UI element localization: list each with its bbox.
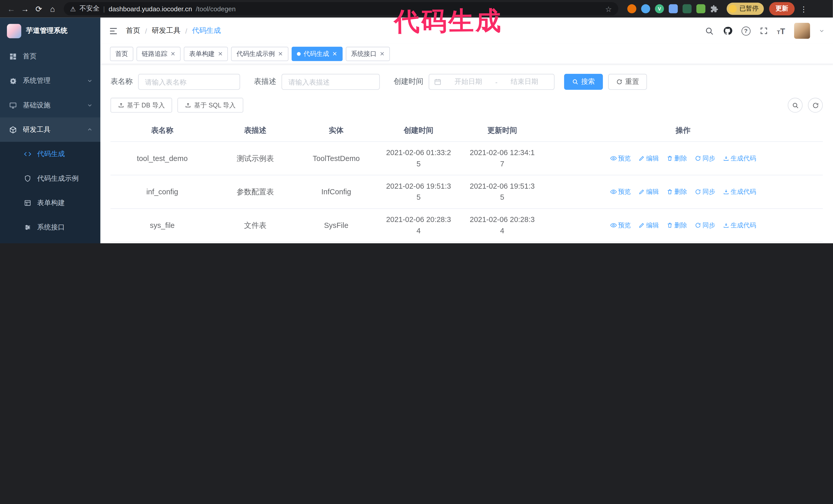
action-label: 预览: [618, 220, 631, 231]
extension-icon-1[interactable]: [627, 4, 636, 13]
submenu-item-system-api[interactable]: 系统接口: [0, 215, 100, 239]
home-button[interactable]: ⌂: [46, 2, 60, 16]
help-icon[interactable]: ?: [741, 26, 750, 35]
search-button-label: 搜索: [581, 77, 595, 87]
active-dot: [297, 52, 301, 56]
tab-form-builder[interactable]: 表单构建 ✕: [184, 47, 228, 61]
action-label: 生成代码: [731, 220, 756, 231]
trash-icon: [666, 189, 673, 195]
shield-icon: [23, 175, 32, 182]
preview-link[interactable]: 预览: [610, 220, 631, 231]
table-name-input[interactable]: [138, 74, 240, 90]
profile-paused-badge[interactable]: 已暂停: [727, 3, 764, 15]
reset-button[interactable]: 重置: [608, 74, 647, 90]
url-host: dashboard.yudao.iocoder.cn: [109, 5, 192, 13]
fullscreen-icon[interactable]: [759, 27, 768, 35]
tab-home[interactable]: 首页: [110, 47, 133, 61]
preview-link[interactable]: 预览: [610, 186, 631, 197]
import-sql-button[interactable]: 基于 SQL 导入: [177, 98, 243, 113]
action-label: 预览: [618, 153, 631, 164]
edit-link[interactable]: 编辑: [638, 153, 659, 164]
submenu-item-codegen[interactable]: 代码生成: [0, 142, 100, 166]
url-path: /tool/codegen: [196, 5, 236, 13]
column-header-created: 创建时间: [376, 120, 461, 141]
extensions-puzzle-icon[interactable]: [710, 5, 719, 13]
gear-icon: [8, 77, 18, 85]
breadcrumb-devtools[interactable]: 研发工具: [152, 26, 181, 35]
timestamp-text: 2021-02-06 20:28:34: [469, 214, 536, 236]
cell-actions: 预览 编辑 删除: [543, 181, 823, 203]
cell-entity: ToolTestDemo: [296, 147, 376, 169]
back-button[interactable]: ←: [4, 2, 18, 16]
close-icon[interactable]: ✕: [380, 50, 385, 57]
avatar[interactable]: [794, 23, 810, 39]
range-separator: -: [495, 78, 498, 86]
app-logo[interactable]: 芋道管理系统: [0, 18, 100, 44]
date-range-picker[interactable]: 开始日期 - 结束日期: [429, 74, 554, 90]
preview-link[interactable]: 预览: [610, 153, 631, 164]
submenu-item-label: 表单构建: [37, 198, 65, 208]
extension-icon-3[interactable]: [669, 4, 678, 13]
edit-link[interactable]: 编辑: [638, 186, 659, 197]
download-icon: [723, 189, 729, 195]
close-icon[interactable]: ✕: [170, 50, 175, 57]
submenu-item-form-builder[interactable]: 表单构建: [0, 191, 100, 215]
trash-icon: [666, 155, 673, 162]
toggle-search-button[interactable]: [788, 98, 803, 113]
dashboard-icon: [8, 52, 18, 60]
tab-system-api[interactable]: 系统接口 ✕: [346, 47, 390, 61]
sync-link[interactable]: 同步: [695, 186, 715, 197]
breadcrumb-separator: /: [185, 27, 187, 35]
close-icon[interactable]: ✕: [218, 50, 223, 57]
tab-tracing[interactable]: 链路追踪 ✕: [137, 47, 181, 61]
chevron-down-icon[interactable]: [819, 28, 825, 33]
browser-update-button[interactable]: 更新: [769, 2, 794, 16]
close-icon[interactable]: ✕: [278, 50, 283, 57]
logo-image: [7, 24, 21, 38]
generate-code-link[interactable]: 生成代码: [723, 153, 756, 164]
delete-link[interactable]: 删除: [666, 186, 687, 197]
refresh-table-button[interactable]: [808, 98, 823, 113]
breadcrumb-home[interactable]: 首页: [126, 26, 140, 35]
table-desc-label: 表描述: [254, 77, 276, 87]
font-size-icon[interactable]: TT: [777, 27, 785, 35]
extension-icon-vue[interactable]: V: [655, 4, 664, 13]
delete-link[interactable]: 删除: [666, 153, 687, 164]
forward-button[interactable]: →: [18, 2, 32, 16]
search-icon[interactable]: [705, 26, 714, 35]
sidebar-item-home[interactable]: 首页: [0, 44, 100, 68]
sidebar-item-label: 首页: [23, 51, 37, 61]
import-db-button[interactable]: 基于 DB 导入: [111, 98, 172, 113]
delete-link[interactable]: 删除: [666, 220, 687, 231]
extension-icon-5[interactable]: [696, 4, 705, 13]
sync-link[interactable]: 同步: [695, 220, 715, 231]
bookmark-star-icon[interactable]: ☆: [605, 5, 612, 13]
tab-codegen[interactable]: 代码生成 ✕: [291, 47, 342, 61]
table-body: tool_test_demo 测试示例表 ToolTestDemo 2021-0…: [111, 142, 823, 243]
search-button[interactable]: 搜索: [564, 74, 603, 90]
table-desc-input[interactable]: [281, 74, 380, 90]
github-icon[interactable]: [723, 26, 732, 35]
action-label: 同步: [703, 220, 715, 231]
sync-link[interactable]: 同步: [695, 153, 715, 164]
edit-link[interactable]: 编辑: [638, 220, 659, 231]
submenu-item-db-docs[interactable]: 数据库文档: [0, 240, 100, 243]
reload-button[interactable]: ⟳: [32, 2, 46, 16]
tab-codegen-example[interactable]: 代码生成示例 ✕: [231, 47, 288, 61]
generate-code-link[interactable]: 生成代码: [723, 220, 756, 231]
upload-icon: [118, 102, 124, 109]
sidebar-item-devtools[interactable]: 研发工具: [0, 117, 100, 142]
browser-menu-icon[interactable]: ⋮: [800, 5, 807, 13]
address-bar[interactable]: ⚠ 不安全 | dashboard.yudao.iocoder.cn/tool/…: [64, 2, 618, 16]
timestamp-text: 2021-02-06 20:28:34: [385, 214, 452, 236]
generate-code-link[interactable]: 生成代码: [723, 186, 756, 197]
submenu-item-codegen-example[interactable]: 代码生成示例: [0, 166, 100, 191]
sidebar-item-infrastructure[interactable]: 基础设施: [0, 93, 100, 117]
close-icon[interactable]: ✕: [332, 50, 337, 57]
column-header-updated: 更新时间: [461, 120, 543, 141]
sidebar-item-system-mgmt[interactable]: 系统管理: [0, 68, 100, 93]
extension-icon-2[interactable]: [641, 4, 650, 13]
sidebar-toggle-icon[interactable]: [109, 26, 118, 35]
submenu-item-label: 系统接口: [37, 222, 65, 232]
extension-icon-4[interactable]: [683, 4, 691, 13]
